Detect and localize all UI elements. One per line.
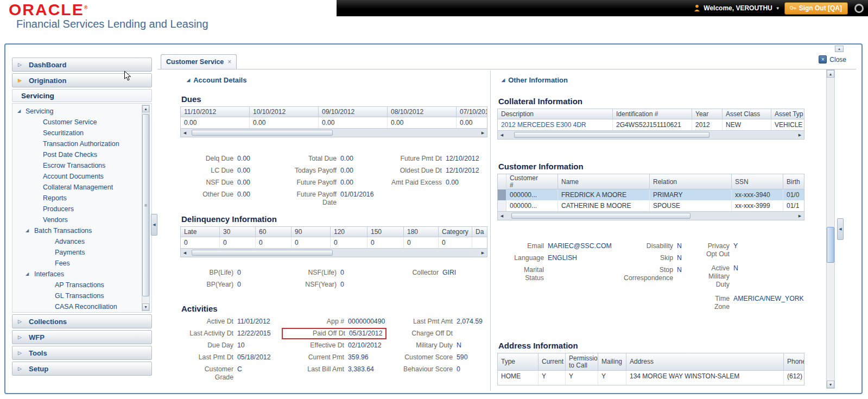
column-header[interactable]: Phone xyxy=(784,353,804,371)
tree-item-escrow-transactions[interactable]: Escrow Transactions xyxy=(12,160,151,171)
sidebar-item-setup[interactable]: ▷ Setup xyxy=(12,362,152,376)
sidebar-item-dashboard[interactable]: ▷ DashBoard xyxy=(12,58,152,72)
sidebar-item-wfp[interactable]: ▷ WFP xyxy=(12,330,152,344)
column-header[interactable]: Current xyxy=(538,353,566,371)
column-header[interactable]: Name xyxy=(558,174,650,189)
tree-item-post-date-checks[interactable]: Post Date Checks xyxy=(12,149,151,160)
sign-out-button[interactable]: Sign Out [QA] xyxy=(784,2,848,15)
collateral-description-link[interactable]: 2012 MERCEDES E300 4DR xyxy=(498,119,613,130)
table-row[interactable]: 0 0 0 0 0 0 0 0 xyxy=(181,237,487,248)
tree-node-interfaces[interactable]: ◢ Interfaces xyxy=(12,269,151,280)
scrollbar-thumb[interactable] xyxy=(192,250,333,256)
sidebar-item-servicing[interactable]: Servicing xyxy=(12,89,152,102)
close-button[interactable]: × Close xyxy=(819,55,846,64)
user-menu[interactable]: Welcome, VEROUTHU ▼ xyxy=(694,4,780,12)
column-header[interactable]: Customer # xyxy=(506,174,558,189)
scroll-down-icon[interactable]: ▼ xyxy=(827,381,834,388)
tree-node-batch-transactions[interactable]: ◢ Batch Transactions xyxy=(12,225,151,236)
tree-item-customer-service[interactable]: Customer Service xyxy=(12,117,151,128)
row-selector-gutter[interactable] xyxy=(498,200,506,211)
column-header[interactable]: 07/10/201 xyxy=(457,107,487,117)
scrollbar-thumb[interactable] xyxy=(514,132,709,138)
column-header[interactable]: Relation xyxy=(650,174,732,189)
column-header[interactable]: SSN xyxy=(732,174,783,189)
tree-scrollbar[interactable]: ▲ ≡ ▼ xyxy=(142,105,150,311)
scroll-right-icon[interactable]: ▶ xyxy=(479,249,486,256)
table-row[interactable]: 2012 MERCEDES E300 4DR 2G4WS52J151110621… xyxy=(498,119,804,130)
column-header[interactable]: Permissio to Call xyxy=(566,353,598,371)
column-header[interactable]: Late xyxy=(181,227,220,237)
table-row-selected[interactable]: 000000... FREDRICK A MOORE PRIMARY xx-xx… xyxy=(498,189,804,200)
tab-customer-service[interactable]: Customer Service × xyxy=(161,54,237,69)
column-header[interactable]: Birth xyxy=(783,174,804,189)
column-header[interactable]: 90 xyxy=(292,227,331,237)
column-header[interactable]: 180 xyxy=(404,227,439,237)
tree-item-transaction-authorization[interactable]: Transaction Authorization xyxy=(12,138,151,149)
scrollbar-thumb[interactable] xyxy=(511,213,690,219)
scroll-up-icon[interactable]: ▲ xyxy=(142,105,149,112)
tree-item-account-documents[interactable]: Account Documents xyxy=(12,171,151,182)
column-header[interactable]: Year xyxy=(692,109,723,119)
column-header[interactable]: Address xyxy=(626,353,784,371)
column-header[interactable]: Da xyxy=(472,227,487,237)
scroll-left-icon[interactable]: ◀ xyxy=(498,212,505,219)
scroll-left-icon[interactable]: ◀ xyxy=(181,249,188,256)
tree-item-vendors[interactable]: Vendors xyxy=(12,214,151,225)
tree-item-payments[interactable]: Payments xyxy=(12,247,151,258)
collapse-up-icon[interactable]: ▲ xyxy=(835,46,844,52)
scroll-right-icon[interactable]: ▶ xyxy=(796,131,803,138)
tree-item-reports[interactable]: Reports xyxy=(12,193,151,204)
scroll-right-icon[interactable]: ▶ xyxy=(479,129,486,136)
tree-item-collateral-management[interactable]: Collateral Management xyxy=(12,182,151,193)
column-header[interactable]: Mailing xyxy=(598,353,626,371)
table-row[interactable]: 0.00 0.00 0.00 0.00 0.00 xyxy=(181,117,487,128)
horizontal-scrollbar[interactable]: ◀ ▶ xyxy=(498,130,804,139)
tree-item-ap-transactions[interactable]: AP Transactions xyxy=(12,280,151,290)
app-number-link[interactable]: 0000000490 xyxy=(348,318,385,326)
tree-item-gl-transactions[interactable]: GL Transactions xyxy=(12,290,151,301)
sidebar-item-tools[interactable]: ▷ Tools xyxy=(12,346,152,360)
column-header[interactable]: Asset Class xyxy=(723,109,771,119)
row-selector-gutter[interactable] xyxy=(498,189,506,200)
tree-item-casa-reconciliation[interactable]: CASA Reconciliation xyxy=(12,301,151,312)
close-icon[interactable]: × xyxy=(819,55,827,64)
vertical-scrollbar[interactable]: ▲ ▼ xyxy=(826,69,835,389)
tab-close-icon[interactable]: × xyxy=(227,58,231,66)
column-header[interactable]: 11/10/2012 xyxy=(181,107,250,117)
splitter-collapse-left-icon[interactable]: ◀ xyxy=(151,214,157,236)
scrollbar-thumb[interactable] xyxy=(192,130,333,136)
scroll-up-icon[interactable]: ▲ xyxy=(827,70,834,78)
tree-node-servicing[interactable]: ◢ Servicing xyxy=(12,106,151,117)
scrollbar-thumb[interactable]: ≡ xyxy=(142,114,149,296)
column-header[interactable]: Asset Typ xyxy=(771,109,804,119)
scroll-right-icon[interactable]: ▶ xyxy=(796,212,803,219)
column-header[interactable]: 09/10/2012 xyxy=(319,107,388,117)
scroll-down-icon[interactable]: ▼ xyxy=(142,303,149,311)
scroll-left-icon[interactable]: ◀ xyxy=(181,129,188,136)
panel-collapse-left-icon[interactable]: ◀ xyxy=(837,218,844,240)
column-header[interactable]: Type xyxy=(498,353,538,371)
tree-item-securitization[interactable]: Securitization xyxy=(12,128,151,138)
horizontal-scrollbar[interactable]: ◀ ▶ xyxy=(181,128,487,137)
tree-item-advances[interactable]: Advances xyxy=(12,236,151,247)
table-row[interactable]: 000000... CATHERINE B MOORE SPOUSE xx-xx… xyxy=(498,200,804,211)
column-header[interactable]: 30 xyxy=(220,227,256,237)
horizontal-scrollbar[interactable]: ◀ ▶ xyxy=(498,211,804,220)
column-header[interactable]: 60 xyxy=(256,227,292,237)
column-header[interactable]: 120 xyxy=(331,227,368,237)
column-header[interactable]: Description xyxy=(498,109,613,119)
account-details-header[interactable]: ◢ Account Details xyxy=(187,76,246,84)
column-header[interactable]: 10/10/2012 xyxy=(250,107,319,117)
column-header[interactable]: 08/10/2012 xyxy=(388,107,457,117)
sidebar-item-collections[interactable]: ▷ Collections xyxy=(12,314,152,328)
tree-item-fees[interactable]: Fees xyxy=(12,258,151,269)
horizontal-scrollbar[interactable]: ◀ ▶ xyxy=(181,248,487,257)
tree-item-producers[interactable]: Producers xyxy=(12,204,151,214)
scroll-left-icon[interactable]: ◀ xyxy=(498,131,505,138)
other-information-header[interactable]: ◢ Other Information xyxy=(502,76,568,84)
column-header[interactable]: Category xyxy=(439,227,472,237)
table-row[interactable]: HOME Y Y Y 134 MORGE WAY WINSTON-SALEM (… xyxy=(498,371,804,385)
scrollbar-thumb[interactable] xyxy=(827,227,834,263)
column-header[interactable]: 150 xyxy=(368,227,404,237)
column-header[interactable]: Identification # xyxy=(613,109,692,119)
